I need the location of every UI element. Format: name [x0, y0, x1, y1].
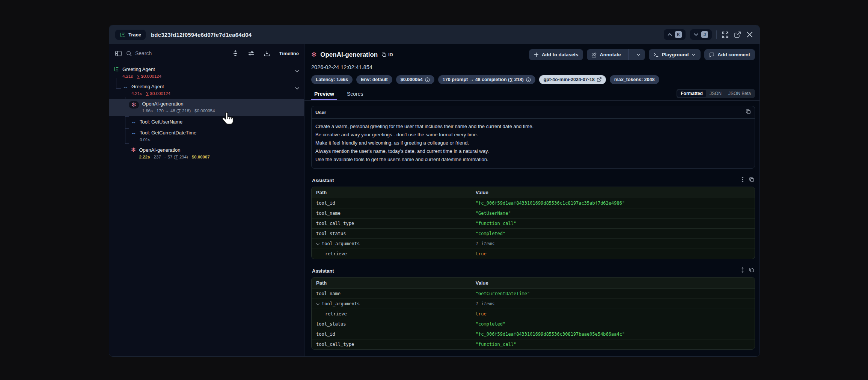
collapse-chevron[interactable]	[295, 84, 300, 91]
span-duration: 4.21s	[122, 73, 133, 80]
collapse-chevron-icon[interactable]	[316, 241, 319, 246]
prompt-line: Be creative and vary your greetings - do…	[315, 131, 751, 139]
table-row: tool_call_type "function_call"	[312, 339, 755, 349]
tree-item-openai-generation-2[interactable]: ✻ OpenAI-generation 2.22s 237 → 57 (∑ 29…	[109, 145, 304, 162]
row-key: tool_call_type	[312, 219, 471, 228]
prev-item-button[interactable]: K	[664, 29, 686, 40]
copy-message-button[interactable]	[746, 109, 751, 116]
span-cost: $0.000054	[194, 108, 215, 114]
span-label: Greeting Agent	[131, 83, 170, 90]
add-comment-button[interactable]: Add comment	[704, 49, 755, 60]
span-arrow-icon: ↔	[131, 130, 136, 135]
cost-badge[interactable]: $0.000054	[396, 75, 434, 84]
row-key: tool_id	[312, 329, 471, 339]
table-row: retrieve true	[312, 249, 755, 259]
collapse-chevron-icon[interactable]	[316, 301, 319, 306]
table-row: tool_id "fc_006f59d1eaf8433101699d85536c…	[312, 329, 755, 339]
span-label: Tool: GetCurrentDateTime	[140, 130, 196, 136]
user-message-card: User Create a warm, personal greeting fo…	[311, 106, 755, 169]
copy-message-button[interactable]	[749, 267, 754, 274]
search-box[interactable]	[126, 50, 228, 56]
copy-icon	[381, 52, 386, 57]
row-value: true	[471, 249, 755, 259]
row-value: 1 items	[471, 239, 755, 249]
tab-scores[interactable]: Scores	[344, 89, 366, 100]
open-external-button[interactable]	[734, 31, 741, 39]
expand-fullscreen-button[interactable]	[721, 31, 729, 39]
collapse-chevron[interactable]	[295, 67, 300, 74]
row-key: tool_name	[312, 208, 471, 218]
tokens-badge[interactable]: 170 prompt → 48 completion (∑ 218)	[438, 75, 535, 84]
trace-tree-sidebar: Timeline Greeting Agent	[109, 44, 304, 356]
chevron-down-icon	[692, 53, 696, 56]
tree-item-greeting-agent-root[interactable]: Greeting Agent 4.21s ∑ $0.000124	[109, 64, 304, 81]
column-header-value: Value	[471, 187, 755, 198]
add-to-datasets-button[interactable]: Add to datasets	[529, 49, 583, 60]
annotate-pencil-icon	[591, 52, 597, 57]
span-duration: 1.66s	[142, 108, 153, 114]
tree-settings-button[interactable]	[247, 50, 255, 57]
panel-left-icon	[115, 50, 122, 57]
tree-item-tool-getcurrentdatetime[interactable]: ↔ Tool: GetCurrentDateTime 0.01s	[109, 128, 304, 145]
row-key: tool_name	[312, 289, 471, 299]
copy-id-button[interactable]: ID	[381, 52, 393, 57]
annotate-button[interactable]: Annotate	[587, 49, 645, 60]
expand-table-button[interactable]	[740, 267, 745, 274]
download-icon	[264, 50, 270, 56]
table-row: retrieve true	[312, 309, 755, 319]
detail-tabs: Preview Scores Formatted JSON JSON Beta	[304, 89, 760, 101]
tab-preview[interactable]: Preview	[311, 89, 337, 100]
table-row-expandable[interactable]: tool_arguments 1 items	[312, 239, 755, 249]
tree-item-tool-getusername[interactable]: ↔ Tool: GetUserName	[109, 116, 304, 128]
next-item-button[interactable]: J	[690, 29, 712, 40]
expand-table-button[interactable]	[740, 177, 745, 184]
model-badge[interactable]: gpt-4o-mini-2024-07-18	[539, 75, 606, 84]
shortcut-j-badge: J	[701, 31, 708, 38]
sidebar-header: Timeline	[109, 44, 304, 63]
span-label: Greeting Agent	[122, 66, 161, 72]
close-button[interactable]	[746, 31, 753, 38]
row-value: "GetUserName"	[471, 208, 755, 218]
expand-all-button[interactable]	[232, 50, 239, 57]
list-tree-icon	[120, 32, 125, 38]
playground-label: Playground	[662, 52, 689, 57]
download-button[interactable]	[263, 50, 271, 57]
table-row-expandable[interactable]: tool_arguments 1 items	[312, 299, 755, 309]
split-divider	[628, 49, 629, 60]
list-tree-icon	[114, 66, 119, 72]
collapse-sidebar-button[interactable]	[115, 50, 122, 57]
trace-topbar: Trace bdc323fd12f0594e6d07fe7d1ea64d04 K…	[109, 25, 760, 44]
trace-type-badge: Trace	[115, 30, 146, 40]
copy-message-button[interactable]	[749, 177, 754, 184]
trace-id: bdc323fd12f0594e6d07fe7d1ea64d04	[151, 32, 252, 38]
copy-icon	[749, 177, 754, 182]
annotate-dropdown-button[interactable]	[632, 51, 645, 59]
observation-detail-panel: ✻ OpenAI-generation ID Add to datasets	[304, 44, 760, 356]
external-link-icon	[597, 77, 601, 82]
annotate-main-segment[interactable]: Annotate	[587, 49, 625, 60]
timeline-toggle[interactable]: Timeline	[279, 51, 299, 56]
row-key: tool_id	[312, 198, 471, 208]
message-role: User	[315, 110, 326, 115]
row-value: true	[471, 309, 755, 319]
format-option-json[interactable]: JSON	[706, 90, 725, 97]
playground-button[interactable]: Playground	[649, 49, 701, 60]
chevron-up-icon	[668, 33, 672, 36]
row-value: "function_call"	[471, 219, 755, 228]
annotate-label: Annotate	[600, 52, 621, 57]
add-comment-label: Add comment	[717, 52, 750, 57]
span-cost: $0.00007	[192, 154, 210, 160]
prompt-line: Make it feel friendly and welcoming, as …	[315, 139, 751, 147]
format-option-formatted[interactable]: Formatted	[677, 90, 706, 97]
tree-item-greeting-agent[interactable]: ↔ Greeting Agent 4.21s ∑ $0.000124	[109, 81, 304, 99]
row-value: "fc_006f59d1eaf8433101699d85536c1c8197ac…	[471, 198, 755, 208]
table-row: tool_status "completed"	[312, 319, 755, 329]
span-cost: ∑ $0.000124	[146, 90, 170, 97]
expand-vertical-icon	[740, 177, 745, 182]
tree-item-openai-generation-1[interactable]: ✻ OpenAI-generation 1.66s 170 → 48 (∑ 21…	[109, 99, 304, 116]
id-label: ID	[388, 52, 393, 57]
table-row: tool_name "GetUserName"	[312, 208, 755, 219]
tool-call-table: Path Value tool_name "GetCurrentDateTime…	[311, 277, 755, 350]
format-option-json-beta[interactable]: JSON Beta	[725, 90, 754, 97]
search-input[interactable]	[135, 50, 210, 56]
